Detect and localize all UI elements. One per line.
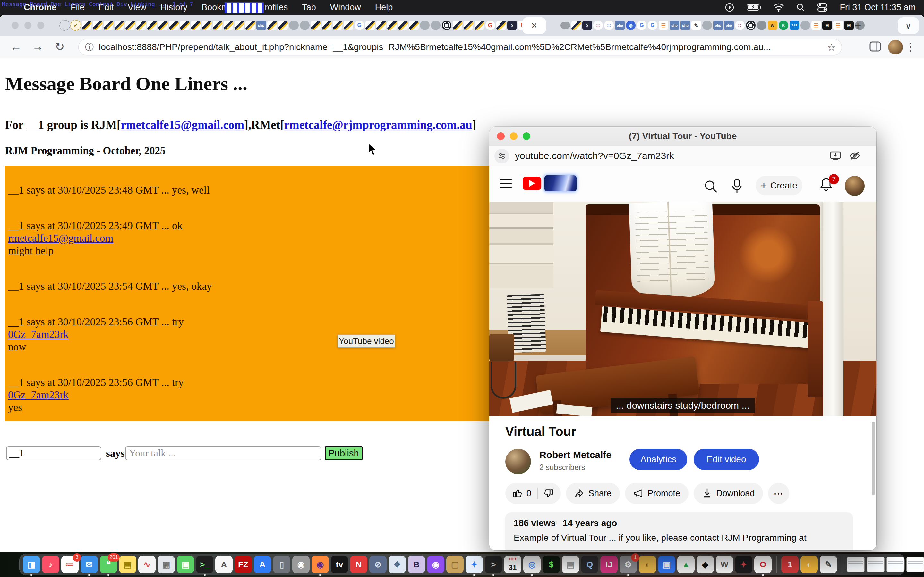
- dock-app-store-icon[interactable]: A: [254, 556, 271, 573]
- dock-terminal-green-icon[interactable]: $: [543, 556, 560, 573]
- dock-bbedit-icon[interactable]: B: [408, 556, 425, 573]
- bookmark-star-icon[interactable]: ☆: [827, 42, 836, 53]
- browser-tab-gray2[interactable]: [756, 20, 767, 31]
- site-settings-icon[interactable]: [494, 149, 509, 163]
- browser-tab-rjm[interactable]: [92, 20, 103, 31]
- browser-tab-gray[interactable]: [800, 20, 811, 31]
- more-actions-button[interactable]: ⋯: [768, 483, 789, 504]
- message-link[interactable]: 0Gz_7am23rk: [8, 389, 69, 401]
- close-tab-icon[interactable]: ✕: [531, 21, 537, 30]
- browser-tab-rjm[interactable]: [387, 20, 397, 31]
- search-icon[interactable]: [704, 179, 718, 193]
- dock-finder-icon[interactable]: ◨: [23, 556, 40, 573]
- browser-tab-php[interactable]: php: [256, 20, 267, 31]
- dock-mail-icon[interactable]: ✉: [81, 556, 98, 573]
- browser-tab-gray[interactable]: [702, 20, 712, 31]
- dock-minimized-window-3[interactable]: [887, 557, 905, 572]
- browser-tab-rjm[interactable]: [234, 20, 245, 31]
- screen-mirroring-icon[interactable]: [725, 3, 734, 12]
- browser-tab-php[interactable]: php: [669, 20, 680, 31]
- analytics-button[interactable]: Analytics: [630, 449, 687, 470]
- mic-icon[interactable]: [730, 179, 743, 194]
- share-button[interactable]: Share: [566, 483, 620, 504]
- browser-tab-rjm[interactable]: [278, 20, 288, 31]
- browser-tab-pin[interactable]: [560, 20, 571, 31]
- browser-tab-dots[interactable]: ∷: [734, 20, 745, 31]
- create-button[interactable]: + Create: [756, 176, 803, 195]
- browser-tab-rjm[interactable]: [158, 20, 168, 31]
- browser-tab-wordpress[interactable]: W: [767, 20, 778, 31]
- channel-avatar[interactable]: [505, 449, 531, 474]
- wifi-icon[interactable]: [774, 3, 784, 11]
- dock-chrome-icon[interactable]: ◎: [523, 556, 541, 573]
- menu-bar-clock[interactable]: Fri 31 Oct 11:35 am: [840, 3, 916, 13]
- menu-help[interactable]: Help: [375, 3, 393, 13]
- browser-tab-rjm[interactable]: [147, 20, 158, 31]
- dock-textedit-icon[interactable]: A: [215, 556, 233, 573]
- dock-compass-dark-icon[interactable]: ✦: [735, 556, 752, 573]
- browser-tab-so[interactable]: ☰: [811, 20, 822, 31]
- browser-tab-rjm[interactable]: [267, 20, 278, 31]
- channel-avatar[interactable]: [845, 176, 865, 196]
- browser-tab-dots[interactable]: ∷: [593, 20, 604, 31]
- dock-folder-icon[interactable]: ▢: [446, 556, 464, 573]
- dock-podcasts-icon[interactable]: ◉: [427, 556, 444, 573]
- dock-iphone-mirroring-icon[interactable]: ▯: [273, 556, 290, 573]
- browser-tab-rjm[interactable]: [452, 20, 463, 31]
- browser-tab-sap[interactable]: SAP: [789, 20, 800, 31]
- browser-tab-google[interactable]: G: [647, 20, 658, 31]
- channel-name[interactable]: Robert Metcalfe: [540, 450, 612, 460]
- active-tab[interactable]: ✕: [522, 17, 546, 34]
- dock-notes-icon[interactable]: ▤: [119, 556, 136, 573]
- youtube-logo-icon[interactable]: [523, 177, 541, 190]
- dock-toothfairy-icon[interactable]: W: [716, 556, 733, 573]
- youtube-halloween-wordmark[interactable]: [544, 175, 577, 191]
- hamburger-menu-icon[interactable]: [500, 179, 512, 188]
- browser-tab-rjm[interactable]: [409, 20, 419, 31]
- thumbs-down-icon[interactable]: [543, 488, 554, 498]
- browser-tab-php[interactable]: php: [724, 20, 734, 31]
- window-zoom-button[interactable]: [37, 22, 44, 29]
- browser-tab-gray[interactable]: [299, 20, 310, 31]
- browser-tab-rjm[interactable]: [114, 20, 125, 31]
- scrollbar[interactable]: [872, 422, 875, 495]
- tab-search-button[interactable]: ∨: [898, 17, 919, 34]
- browser-tab-rjm[interactable]: [376, 20, 387, 31]
- battery-icon[interactable]: [746, 3, 761, 11]
- browser-tab-gray[interactable]: [288, 20, 299, 31]
- dock-pixelmator-icon[interactable]: ◐: [639, 556, 656, 573]
- publish-button[interactable]: Publish: [325, 446, 363, 460]
- thumbs-up-icon[interactable]: [512, 488, 523, 498]
- browser-tab-gray[interactable]: [430, 20, 441, 31]
- browser-tab-rjm[interactable]: [136, 20, 147, 31]
- browser-tab-rjm[interactable]: [168, 20, 179, 31]
- browser-tab-cblue[interactable]: ◍: [625, 20, 636, 31]
- dock-photos-icon[interactable]: ❖: [389, 556, 406, 573]
- browser-tab-php[interactable]: php: [712, 20, 724, 31]
- dock-lightbulb-app-icon[interactable]: ◐: [800, 556, 818, 573]
- dock-onepassword-icon[interactable]: 1: [781, 556, 798, 573]
- side-panel-icon[interactable]: [869, 41, 881, 52]
- browser-tab-php[interactable]: php: [614, 20, 625, 31]
- email-link-1[interactable]: rmetcalfe15@gmail.com: [121, 118, 244, 131]
- browser-tab-googleG[interactable]: G: [485, 20, 496, 31]
- dock-terminal-icon[interactable]: >_: [196, 556, 213, 573]
- browser-tab-sdark[interactable]: S: [582, 20, 593, 31]
- dock-reminders-icon[interactable]: ≔3: [61, 556, 79, 573]
- dock-opera-icon[interactable]: O: [754, 556, 772, 573]
- browser-tab-rjm[interactable]: [223, 20, 234, 31]
- dock-notes-pen-icon[interactable]: ✎: [820, 556, 837, 573]
- eye-off-icon[interactable]: [849, 151, 860, 161]
- browser-tab-rjm[interactable]: [310, 20, 321, 31]
- browser-tab-pen[interactable]: ✎: [691, 20, 702, 31]
- description-box[interactable]: 186 views 14 years ago Example of Virtua…: [505, 512, 853, 550]
- control-center-icon[interactable]: [817, 3, 827, 12]
- window-close-button[interactable]: [11, 22, 19, 29]
- menu-window[interactable]: Window: [330, 3, 361, 13]
- browser-tab-rjm[interactable]: [496, 20, 507, 31]
- dock-safari-icon[interactable]: ✦: [465, 556, 483, 573]
- dock-google-drive-icon[interactable]: ▲: [677, 556, 695, 573]
- browser-tab-gray[interactable]: [419, 20, 430, 31]
- url-text[interactable]: localhost:8888/PHP/prepend/talk_about_it…: [99, 42, 827, 52]
- browser-tab-rjm[interactable]: [103, 20, 114, 31]
